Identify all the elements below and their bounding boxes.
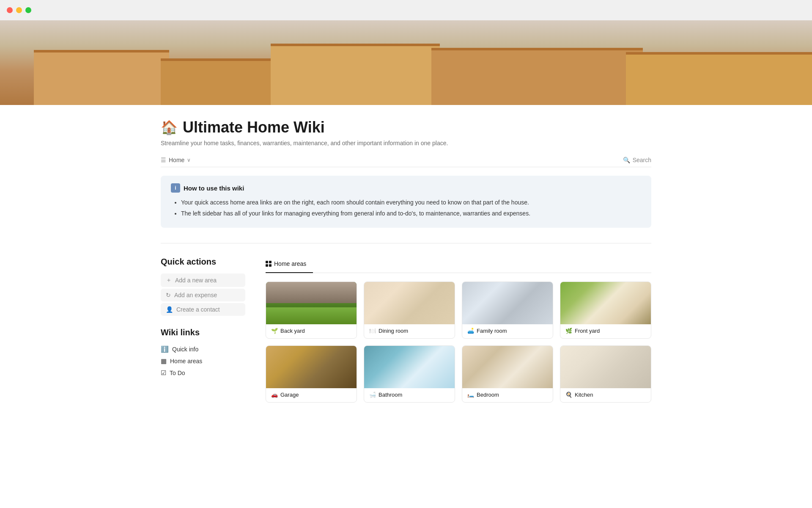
card-image-bedroom	[462, 346, 553, 388]
info-box-title: i How to use this wiki	[171, 183, 641, 193]
chevron-down-icon: ∨	[187, 157, 191, 163]
plus-icon: ＋	[166, 276, 172, 284]
main-layout: Quick actions ＋ Add a new area ↻ Add an …	[161, 257, 651, 403]
tab-home-areas[interactable]: Home areas	[266, 257, 313, 273]
titlebar	[0, 0, 812, 20]
card-kitchen[interactable]: 🍳 Kitchen	[560, 345, 651, 403]
hero-banner	[0, 20, 812, 105]
info-circle-icon: ℹ️	[161, 345, 169, 353]
building-1	[34, 50, 169, 105]
page-title: Ultimate Home Wiki	[183, 119, 325, 136]
card-image-family	[462, 282, 553, 324]
card-front-yard[interactable]: 🌿 Front yard	[560, 282, 651, 339]
building-3	[271, 44, 440, 105]
card-family-room[interactable]: 🛋️ Family room	[462, 282, 553, 339]
card-image-garage	[266, 346, 357, 388]
check-icon: ☑	[161, 369, 166, 377]
info-box: i How to use this wiki Your quick access…	[161, 176, 651, 228]
expense-icon: ↻	[166, 292, 171, 298]
page-title-row: 🏠 Ultimate Home Wiki	[161, 119, 651, 136]
home-areas-label: Home areas	[170, 358, 202, 364]
wiki-link-quick-info[interactable]: ℹ️ Quick info	[161, 343, 245, 355]
create-contact-button[interactable]: 👤 Create a contact	[161, 303, 245, 316]
search-button[interactable]: 🔍 Search	[623, 157, 651, 163]
search-icon: 🔍	[623, 157, 630, 163]
card-label-bedroom: 🛏️ Bedroom	[462, 388, 553, 402]
add-expense-label: Add an expense	[174, 292, 217, 298]
close-button[interactable]	[7, 7, 13, 13]
left-sidebar: Quick actions ＋ Add a new area ↻ Add an …	[161, 257, 245, 379]
card-label-bathroom: 🛁 Bathroom	[364, 388, 455, 402]
tab-home-areas-label: Home areas	[274, 260, 306, 267]
cards-grid: 🌱 Back yard 🍽️ Dining room 🛋️ Fam	[266, 282, 651, 403]
add-area-label: Add a new area	[175, 277, 217, 284]
page-subtitle: Streamline your home tasks, finances, wa…	[161, 140, 651, 146]
divider	[161, 243, 651, 243]
todo-label: To Do	[170, 370, 185, 376]
info-box-list: Your quick access home area links are on…	[171, 198, 641, 218]
add-area-button[interactable]: ＋ Add a new area	[161, 273, 245, 287]
nav-home-link[interactable]: ☰ Home ∨	[161, 157, 191, 163]
nav-home-label: Home	[169, 157, 184, 163]
wiki-link-todo[interactable]: ☑ To Do	[161, 367, 245, 379]
backyard-emoji: 🌱	[271, 328, 278, 334]
bedroom-emoji: 🛏️	[467, 392, 474, 398]
tabs: Home areas	[266, 257, 651, 273]
family-emoji: 🛋️	[467, 328, 474, 334]
page-content: 🏠 Ultimate Home Wiki Streamline your hom…	[127, 105, 685, 403]
garage-emoji: 🚗	[271, 392, 278, 398]
card-dining-room[interactable]: 🍽️ Dining room	[364, 282, 455, 339]
frontyard-emoji: 🌿	[565, 328, 572, 334]
card-image-frontyard	[560, 282, 651, 324]
quick-info-label: Quick info	[172, 346, 198, 353]
grid-icon: ▦	[161, 357, 167, 365]
list-icon: ☰	[161, 157, 166, 163]
card-label-backyard: 🌱 Back yard	[266, 324, 357, 338]
hero-buildings	[0, 37, 812, 105]
building-5	[626, 52, 812, 105]
card-bathroom[interactable]: 🛁 Bathroom	[364, 345, 455, 403]
wiki-links-title: Wiki links	[161, 328, 245, 337]
card-image-bathroom	[364, 346, 455, 388]
card-bedroom[interactable]: 🛏️ Bedroom	[462, 345, 553, 403]
card-label-frontyard: 🌿 Front yard	[560, 324, 651, 338]
info-box-item-2: The left sidebar has all of your links f…	[181, 209, 641, 218]
dining-emoji: 🍽️	[369, 328, 376, 334]
page-title-section: 🏠 Ultimate Home Wiki Streamline your hom…	[161, 119, 651, 146]
page-title-icon: 🏠	[161, 119, 178, 135]
quick-actions-title: Quick actions	[161, 257, 245, 267]
wiki-link-home-areas[interactable]: ▦ Home areas	[161, 355, 245, 367]
card-label-garage: 🚗 Garage	[266, 388, 357, 402]
card-label-family: 🛋️ Family room	[462, 324, 553, 338]
bathroom-emoji: 🛁	[369, 392, 376, 398]
right-content: Home areas 🌱 Back yard 🍽️ Dining ro	[266, 257, 651, 403]
create-contact-label: Create a contact	[176, 306, 220, 313]
search-label: Search	[633, 157, 651, 163]
building-2	[161, 58, 279, 105]
building-4	[431, 48, 643, 105]
info-icon: i	[171, 183, 180, 193]
card-label-dining: 🍽️ Dining room	[364, 324, 455, 338]
info-box-item-1: Your quick access home area links are on…	[181, 198, 641, 207]
nav-bar: ☰ Home ∨ 🔍 Search	[161, 157, 651, 167]
card-image-backyard	[266, 282, 357, 324]
contact-icon: 👤	[166, 306, 173, 313]
card-garage[interactable]: 🚗 Garage	[266, 345, 357, 403]
add-expense-button[interactable]: ↻ Add an expense	[161, 289, 245, 301]
card-image-dining	[364, 282, 455, 324]
tab-grid-icon	[266, 261, 272, 267]
card-image-kitchen	[560, 346, 651, 388]
maximize-button[interactable]	[25, 7, 31, 13]
kitchen-emoji: 🍳	[565, 392, 572, 398]
minimize-button[interactable]	[16, 7, 22, 13]
card-label-kitchen: 🍳 Kitchen	[560, 388, 651, 402]
card-backyard[interactable]: 🌱 Back yard	[266, 282, 357, 339]
